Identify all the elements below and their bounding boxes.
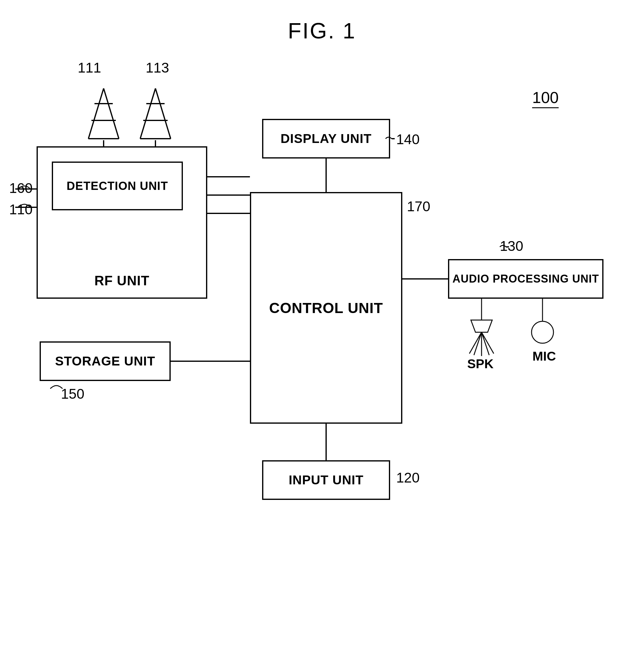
svg-line-24: [482, 332, 489, 355]
storage-unit-label: STORAGE UNIT: [55, 354, 156, 368]
input-unit-box: INPUT UNIT: [262, 460, 390, 500]
spk-label: SPK: [467, 357, 493, 371]
mic-symbol: [531, 299, 553, 343]
svg-line-1: [88, 88, 104, 139]
display-unit-box: DISPLAY UNIT: [262, 119, 390, 159]
svg-marker-26: [471, 320, 492, 332]
ref-130: 130: [500, 238, 523, 254]
ref-170: 170: [407, 198, 430, 214]
svg-line-2: [104, 88, 119, 139]
svg-line-22: [474, 332, 482, 355]
ref-100-label: 100: [532, 88, 559, 108]
audio-unit-label: AUDIO PROCESSING UNIT: [452, 273, 599, 285]
figure-title: FIG. 1: [288, 18, 356, 43]
svg-line-21: [469, 332, 482, 354]
rf-unit-label: RF UNIT: [94, 273, 150, 288]
svg-line-8: [156, 88, 171, 139]
spk-symbol: [469, 299, 494, 356]
input-unit-label: INPUT UNIT: [289, 473, 364, 487]
svg-point-28: [531, 321, 553, 343]
mic-label: MIC: [532, 349, 556, 364]
svg-line-7: [140, 88, 156, 139]
diagram: FIG. 1 100: [0, 0, 644, 659]
ref-150: 150: [61, 386, 85, 402]
ref-111: 111: [78, 60, 101, 76]
svg-line-25: [482, 332, 494, 354]
storage-unit-box: STORAGE UNIT: [40, 341, 171, 381]
display-unit-label: DISPLAY UNIT: [280, 131, 371, 146]
control-unit-box: CONTROL UNIT: [250, 192, 402, 424]
ref-140: 140: [396, 131, 420, 147]
audio-unit-box: AUDIO PROCESSING UNIT: [448, 259, 603, 299]
detection-unit-label: DETECTION UNIT: [67, 180, 168, 192]
ref-120: 120: [396, 470, 420, 486]
control-unit-label: CONTROL UNIT: [269, 300, 383, 316]
ref-160: 160: [9, 180, 32, 196]
detection-unit-box: DETECTION UNIT: [52, 162, 183, 210]
ref-113: 113: [146, 60, 169, 76]
ref-110: 110: [9, 201, 32, 218]
